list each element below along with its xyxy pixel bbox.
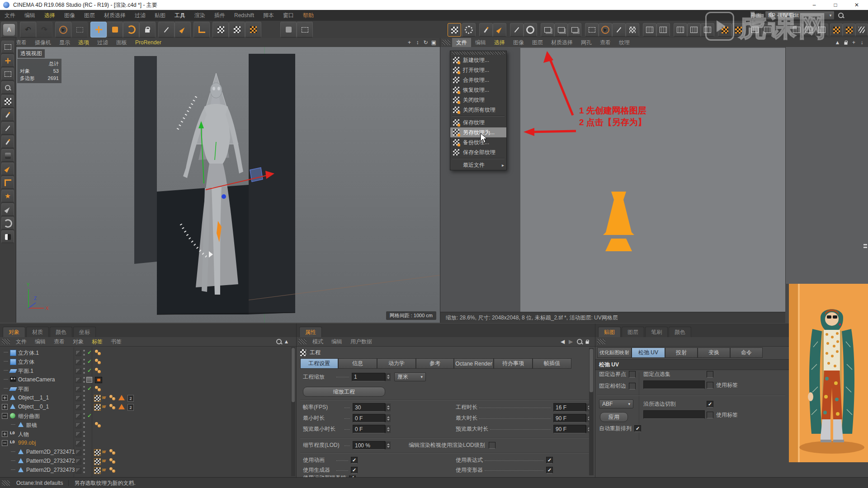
uv-grid-icon-1[interactable]: [643, 23, 656, 37]
menu-file[interactable]: 文件: [0, 10, 20, 21]
lock-icon[interactable]: [842, 39, 849, 46]
attr-tab-project-settings[interactable]: 工程设置: [300, 358, 338, 369]
eyedropper-tool-icon[interactable]: [1, 203, 14, 216]
pin-point-set-checkbox[interactable]: [707, 371, 713, 378]
material-tag-icon[interactable]: [109, 404, 116, 410]
min-time-field[interactable]: 0 F: [353, 414, 385, 422]
om-menu-view[interactable]: 查看: [50, 337, 69, 346]
camera-active-icon[interactable]: [86, 377, 92, 383]
om-menu-file[interactable]: 文件: [12, 337, 31, 346]
use-deformers-checkbox[interactable]: ✓: [546, 467, 553, 474]
search-icon[interactable]: [838, 13, 844, 18]
menu-plugins[interactable]: 插件: [210, 10, 230, 21]
om-menu-tags[interactable]: 标签: [88, 337, 107, 346]
attr-tab-dynamics[interactable]: 动力学: [377, 358, 416, 369]
texture-menu-material-select[interactable]: 材质选择: [547, 38, 577, 47]
move-small-tool-icon[interactable]: [1, 54, 14, 67]
om-search-icon[interactable]: [276, 339, 282, 344]
uv-tag-icon[interactable]: w: [102, 458, 106, 463]
object-row-glasses[interactable]: 眼镜: [0, 420, 293, 429]
tab-brushes[interactable]: 笔刷: [645, 327, 668, 337]
redo-button[interactable]: ↷: [36, 22, 52, 38]
menu-item-close-texture[interactable]: 关闭纹理: [450, 95, 506, 105]
attr-tab-frame-interp[interactable]: 帧插值: [533, 358, 571, 369]
attr-tab-info[interactable]: 信息: [338, 358, 377, 369]
modeling-mode-icon-1[interactable]: [280, 22, 297, 38]
viewport-menu-filter[interactable]: 过滤: [93, 38, 112, 47]
use-tag-checkbox-2[interactable]: [707, 412, 713, 418]
attr-tab-reference[interactable]: 参考: [416, 358, 454, 369]
c4d-logo-icon[interactable]: A: [1, 22, 17, 38]
new-layer-icon[interactable]: [554, 23, 568, 37]
layout-col-icon-1[interactable]: [674, 23, 687, 37]
live-select-tool[interactable]: [55, 22, 71, 38]
bw-swatch-icon[interactable]: [1, 230, 14, 243]
attr-tab-octane-render[interactable]: Octane Render: [454, 358, 494, 369]
unit-dropdown[interactable]: 厘米▾: [394, 372, 426, 381]
preview-max-field[interactable]: 90 F: [553, 425, 586, 433]
tab-texture-uv[interactable]: 贴图: [598, 327, 621, 337]
menu-script[interactable]: 脚本: [259, 10, 278, 21]
om-menu-bookmarks[interactable]: 书签: [107, 337, 126, 346]
magnify-tool-icon[interactable]: [1, 81, 14, 94]
expander-icon[interactable]: [2, 431, 8, 437]
smear-tool-icon[interactable]: [1, 122, 14, 135]
attr-menu-userdata[interactable]: 用户数据: [346, 337, 376, 346]
collapse-icon[interactable]: [2, 413, 8, 419]
menu-tear-strip[interactable]: [452, 52, 505, 55]
dock-handle-icon-2[interactable]: [863, 247, 867, 248]
gradient-tool-icon[interactable]: [1, 149, 14, 162]
magnet-tool-icon[interactable]: [1, 217, 14, 230]
uv-tab-optimal-mapping[interactable]: 优化贴图映射: [597, 347, 632, 358]
object-row-plane[interactable]: 平面 ✓: [0, 384, 293, 393]
tab-color[interactable]: 颜色: [669, 327, 691, 337]
texture-menu-texture[interactable]: 纹理: [615, 38, 634, 47]
object-row-plane1[interactable]: 平面.1 ✓: [0, 366, 293, 375]
material-tag-icon[interactable]: [109, 395, 116, 401]
menu-item-revert-texture[interactable]: 恢复纹理...: [450, 85, 506, 95]
menu-item-save-texture[interactable]: 保存纹理: [450, 117, 506, 127]
texture-tag-icon[interactable]: [94, 467, 101, 474]
menu-select[interactable]: 选择: [40, 10, 60, 21]
menu-item-new-texture[interactable]: 新建纹理...: [450, 55, 506, 65]
attr-tab-todo[interactable]: 待办事项: [494, 358, 533, 369]
grid-tool-icon[interactable]: [1, 95, 14, 108]
phong-tag-icon[interactable]: [118, 395, 125, 400]
attributes-grip[interactable]: [298, 339, 307, 344]
max-time-field[interactable]: 90 F: [553, 414, 586, 422]
scale-tool[interactable]: [107, 22, 123, 38]
attr-search-icon[interactable]: [577, 339, 582, 344]
attr-lock-icon[interactable]: [584, 338, 590, 345]
texture-menu-edit[interactable]: 编辑: [471, 38, 490, 47]
object-list-scrollbar[interactable]: [291, 347, 295, 476]
pan-canvas-icon[interactable]: +: [850, 39, 857, 46]
texture-tag-icon[interactable]: [95, 368, 101, 374]
paint-brush-tool[interactable]: [479, 23, 493, 37]
uv-tab-relax-uv[interactable]: 松弛 UV: [632, 347, 665, 358]
menu-window[interactable]: 窗口: [278, 10, 298, 21]
render-to-picture-viewer-button[interactable]: [229, 22, 245, 38]
object-row-cube1[interactable]: 立方体.1 ✓: [0, 348, 293, 357]
camera-tag-icon[interactable]: [95, 377, 102, 383]
lod-field[interactable]: 100 %: [353, 441, 385, 450]
project-scale-field[interactable]: 1: [352, 373, 385, 381]
om-menu-object[interactable]: 对象: [69, 337, 88, 346]
use-generators-checkbox[interactable]: ✓: [351, 467, 358, 474]
menu-texture[interactable]: 贴图: [150, 10, 170, 21]
texture-tag-icon[interactable]: [95, 422, 101, 428]
menu-help[interactable]: 帮助: [298, 10, 318, 21]
slash-tool-icon[interactable]: [855, 23, 868, 36]
use-animation-checkbox[interactable]: ✓: [351, 457, 358, 464]
texture-tag-icon[interactable]: [94, 404, 101, 411]
brush-tool-icon[interactable]: [1, 136, 14, 148]
preview-min-field[interactable]: 0 F: [353, 425, 385, 433]
texture-panel-grip[interactable]: [442, 40, 450, 45]
layer-badge-icon[interactable]: 2: [127, 395, 134, 402]
phong-tag-icon[interactable]: [118, 404, 125, 409]
viewport-3d[interactable]: Y X Z 透视视图 总计 对象 53 多边形 2691 网格间距 : 1000…: [16, 47, 440, 323]
texture-tag-icon[interactable]: [95, 359, 101, 365]
object-manager-grip[interactable]: [2, 339, 10, 344]
attr-menu-mode[interactable]: 模式: [308, 337, 327, 346]
menu-item-recent-files[interactable]: 最近文件 ▸: [450, 160, 506, 170]
eraser-tool[interactable]: [510, 23, 524, 37]
